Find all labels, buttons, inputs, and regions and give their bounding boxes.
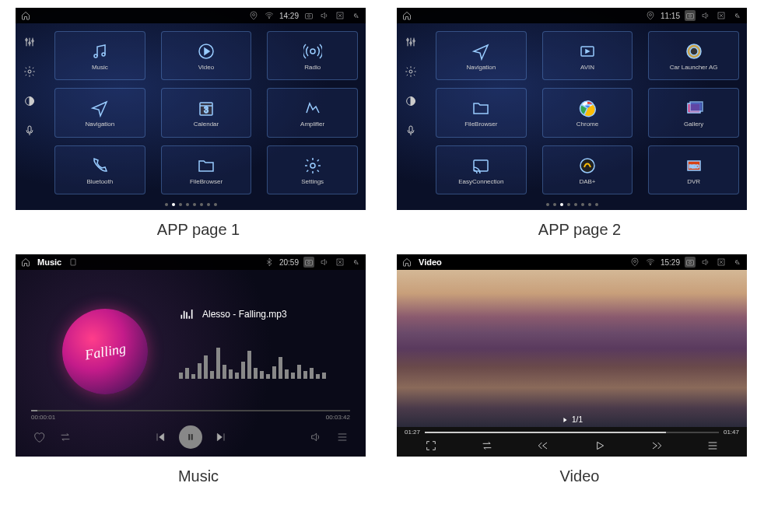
close-icon[interactable] [716, 257, 727, 268]
app-avin[interactable]: AVIN [542, 31, 633, 80]
app-video[interactable]: Video [161, 31, 252, 80]
page-dot[interactable] [595, 203, 598, 206]
svg-text:REC: REC [689, 164, 699, 169]
prev-button[interactable] [538, 439, 550, 455]
favorite-button[interactable] [31, 429, 47, 445]
back-icon[interactable] [350, 10, 361, 21]
list-button[interactable] [335, 429, 350, 445]
app-navigation[interactable]: Navigation [436, 31, 527, 80]
prev-button[interactable] [152, 429, 168, 445]
close-icon[interactable] [716, 10, 727, 21]
page-dot[interactable] [172, 203, 175, 206]
play-button[interactable] [179, 425, 202, 449]
app-filebrowser[interactable]: FileBrowser [161, 145, 252, 194]
app-navigation[interactable]: Navigation [54, 88, 145, 137]
volume-icon[interactable] [319, 257, 330, 268]
settings-icon[interactable] [405, 65, 417, 81]
camera-icon[interactable] [303, 10, 314, 21]
mic-icon[interactable] [405, 124, 417, 140]
home-icon[interactable] [401, 257, 412, 268]
repeat-button[interactable] [481, 439, 493, 455]
app-music[interactable]: Music [54, 31, 145, 80]
album-art: Falling [62, 309, 148, 394]
visualizer-icon [179, 306, 194, 324]
amplifier-icon [302, 97, 324, 119]
app-page-1-panel: 14:29 MusicVideoRadioNavigation3Calendar… [16, 8, 366, 210]
app-label: Chrome [576, 121, 598, 128]
page-dot[interactable] [553, 203, 556, 206]
camera-icon[interactable] [685, 10, 696, 21]
svg-point-30 [690, 47, 698, 55]
volume-icon[interactable] [700, 257, 711, 268]
page-dot[interactable] [588, 203, 591, 206]
volume-icon[interactable] [700, 10, 711, 21]
app-label: Music [92, 64, 108, 71]
clock-text: 15:29 [661, 258, 680, 267]
sd-icon[interactable] [68, 257, 79, 268]
back-icon[interactable] [731, 257, 742, 268]
video-frame[interactable] [397, 270, 747, 427]
brightness-icon[interactable] [23, 95, 36, 110]
next-button[interactable] [650, 439, 662, 455]
app-calendar[interactable]: 3Calendar [161, 88, 252, 137]
page-dot[interactable] [186, 203, 189, 206]
page-dot[interactable] [567, 203, 570, 206]
dvr-icon: REC [683, 155, 705, 177]
page-dot[interactable] [179, 203, 182, 206]
app-car-launcher-ag[interactable]: Car Launcher AG [648, 31, 739, 80]
app-radio[interactable]: Radio [267, 31, 358, 80]
page-dot[interactable] [214, 203, 217, 206]
home-icon[interactable] [401, 10, 412, 21]
page-dot[interactable] [207, 203, 210, 206]
progress-bar[interactable] [31, 410, 350, 411]
app-settings[interactable]: Settings [267, 145, 358, 194]
page-dot[interactable] [193, 203, 196, 206]
camera-icon[interactable] [303, 257, 314, 268]
app-chrome[interactable]: Chrome [542, 88, 633, 137]
page-dot[interactable] [546, 203, 549, 206]
close-icon[interactable] [335, 10, 345, 21]
svg-point-17 [310, 163, 315, 168]
app-grid: NavigationAVINCar Launcher AGFileBrowser… [436, 31, 739, 194]
app-dvr[interactable]: RECDVR [648, 145, 739, 194]
mic-icon[interactable] [23, 124, 36, 140]
svg-point-48 [689, 261, 692, 264]
play-circle-icon [195, 40, 217, 62]
volume-icon[interactable] [319, 10, 330, 21]
app-dab+[interactable]: DAB+ [542, 145, 633, 194]
brightness-icon[interactable] [405, 95, 417, 110]
calendar-icon: 3 [195, 97, 217, 119]
time-elapsed: 01:27 [405, 429, 420, 436]
home-icon[interactable] [20, 10, 31, 21]
app-filebrowser[interactable]: FileBrowser [436, 88, 527, 137]
close-icon[interactable] [335, 257, 345, 268]
equalizer-icon[interactable] [405, 36, 417, 51]
repeat-button[interactable] [58, 429, 73, 445]
app-amplifier[interactable]: Amplifier [267, 88, 358, 137]
app-label: EasyConnection [458, 178, 503, 185]
mute-button[interactable] [308, 429, 324, 445]
app-gallery[interactable]: Gallery [648, 88, 739, 137]
camera-icon[interactable] [685, 257, 696, 268]
settings-icon[interactable] [23, 65, 36, 81]
page-dot[interactable] [165, 203, 168, 206]
page-dot[interactable] [574, 203, 577, 206]
play-button[interactable] [594, 439, 606, 455]
fullscreen-button[interactable] [425, 439, 437, 455]
page-dots [397, 203, 747, 206]
folder-icon [195, 155, 217, 177]
app-bluetooth[interactable]: Bluetooth [54, 145, 145, 194]
page-dot[interactable] [560, 203, 563, 206]
avin-icon [576, 40, 598, 62]
home-icon[interactable] [20, 257, 31, 268]
progress-bar[interactable] [425, 432, 719, 433]
app-easyconnection[interactable]: EasyConnection [436, 145, 527, 194]
back-icon[interactable] [731, 10, 742, 21]
next-button[interactable] [213, 429, 229, 445]
page-dot[interactable] [581, 203, 584, 206]
equalizer-icon[interactable] [23, 36, 36, 51]
page-dot[interactable] [200, 203, 203, 206]
back-icon[interactable] [350, 257, 361, 268]
sidebar [16, 23, 44, 210]
list-button[interactable] [706, 439, 719, 455]
